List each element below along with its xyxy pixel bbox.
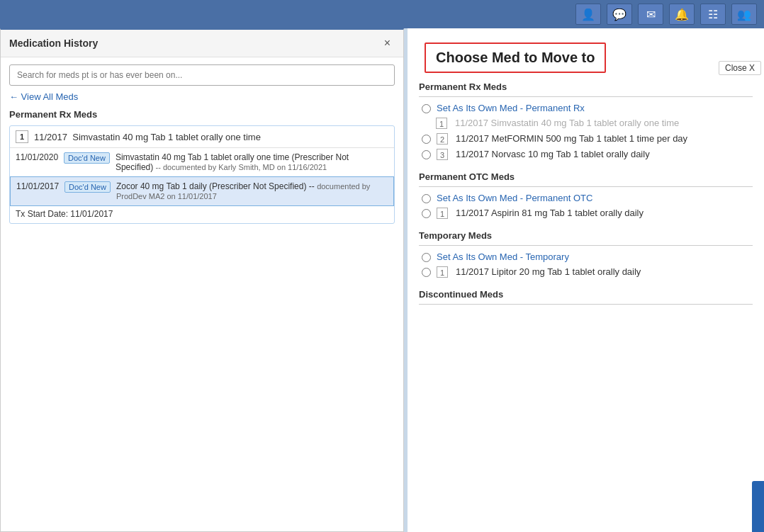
sub-text: documented by ProdDev MA2 on 11/01/2017 — [116, 182, 370, 200]
med-desc: Simvastatin 40 mg Tab 1 tablet orally on… — [116, 152, 388, 172]
left-panel-title: Medication History — [9, 38, 98, 49]
choose-med-title: Choose Med to Move to — [436, 50, 595, 65]
radio-label-set-own-perm-rx[interactable]: Set As Its Own Med - Permanent Rx — [437, 103, 585, 113]
radio-label-perm-otc-1: 11/2017 Aspirin 81 mg Tab 1 tablet orall… — [456, 208, 644, 218]
message-icon[interactable]: 💬 — [607, 4, 632, 25]
badge-otc-1: 1 — [437, 208, 448, 219]
permanent-otc-section: Permanent OTC Meds Set As Its Own Med - … — [419, 171, 753, 219]
bell-icon[interactable]: 🔔 — [669, 4, 695, 25]
radio-row-set-own-temp: Set As Its Own Med - Temporary — [419, 251, 753, 262]
temporary-meds-title: Temporary Meds — [419, 230, 753, 246]
permanent-otc-title: Permanent OTC Meds — [419, 171, 753, 187]
view-all-meds-link[interactable]: ← View All Meds — [9, 91, 395, 102]
radio-row-perm-otc-1: 1 11/2017 Aspirin 81 mg Tab 1 tablet ora… — [419, 208, 753, 219]
badge-3: 3 — [437, 149, 448, 160]
med-entry-header: 1 11/2017 Simvastatin 40 mg Tab 1 tablet… — [10, 126, 394, 148]
med-number-badge: 1 — [16, 130, 28, 143]
doc-badge: Doc'd New — [64, 181, 111, 193]
med-entry-title: 11/2017 Simvastatin 40 mg Tab 1 tablet o… — [34, 132, 261, 142]
permanent-rx-title: Permanent Rx Meds — [419, 81, 753, 97]
badge-1: 1 — [436, 118, 447, 129]
history-date: 11/01/2020 — [16, 152, 58, 162]
radio-label-set-own-temp[interactable]: Set As Its Own Med - Temporary — [437, 251, 569, 262]
tx-start-date: Tx Start Date: 11/01/2017 — [10, 206, 394, 223]
discontinued-meds-title: Discontinued Meds — [419, 289, 753, 305]
badge-temp-1: 1 — [437, 266, 448, 278]
radio-row-perm-rx-1-greyed: 1 11/2017 Simvastatin 40 mg Tab 1 tablet… — [433, 118, 753, 129]
close-x-button[interactable]: Close X — [719, 61, 761, 75]
radio-label-perm-rx-2: 11/2017 MetFORMIN 500 mg Tab 1 tablet 1 … — [456, 133, 687, 144]
med-entry: 1 11/2017 Simvastatin 40 mg Tab 1 tablet… — [9, 125, 395, 224]
radio-row-set-own-perm-rx: Set As Its Own Med - Permanent Rx — [419, 103, 753, 113]
med-desc: Zocor 40 mg Tab 1 daily (Prescriber Not … — [116, 181, 388, 201]
toolbar: 👤 💬 ✉ 🔔 ☷ 👥 — [0, 0, 764, 28]
radio-row-temp-1: 1 11/2017 Lipitor 20 mg Tab 1 tablet ora… — [419, 266, 753, 278]
permanent-rx-section: Permanent Rx Meds Set As Its Own Med - P… — [419, 81, 753, 160]
person-icon[interactable]: 👤 — [575, 4, 601, 25]
badge-2: 2 — [437, 133, 448, 145]
left-panel-header: Medication History × — [1, 30, 403, 57]
med-history-row-highlighted: 11/01/2017 Doc'd New Zocor 40 mg Tab 1 d… — [10, 176, 394, 206]
radio-set-own-perm-rx[interactable] — [422, 104, 431, 113]
radio-temp-1[interactable] — [422, 268, 431, 277]
medication-history-panel: Medication History × ← View All Meds Per… — [0, 28, 404, 532]
doc-badge: Doc'd New — [64, 152, 110, 164]
radio-label-temp-1: 11/2017 Lipitor 20 mg Tab 1 tablet orall… — [456, 266, 641, 277]
radio-set-own-perm-otc[interactable] — [422, 194, 431, 203]
radio-set-own-temp[interactable] — [422, 253, 431, 262]
discontinued-meds-section: Discontinued Meds — [419, 289, 753, 305]
history-date: 11/01/2017 — [16, 181, 59, 191]
radio-perm-otc-1[interactable] — [422, 209, 431, 218]
med-history-row: 11/01/2020 Doc'd New Simvastatin 40 mg T… — [10, 148, 394, 176]
sub-text: -- documented by Karly Smith, MD on 11/1… — [156, 163, 327, 171]
radio-row-perm-rx-2: 2 11/2017 MetFORMIN 500 mg Tab 1 tablet … — [419, 133, 753, 145]
radio-row-set-own-perm-otc: Set As Its Own Med - Permanent OTC — [419, 193, 753, 203]
section-heading: Permanent Rx Meds — [9, 109, 395, 120]
radio-perm-rx-3[interactable] — [422, 150, 431, 159]
close-medication-history-button[interactable]: × — [380, 35, 395, 51]
radio-label-set-own-perm-otc[interactable]: Set As Its Own Med - Permanent OTC — [437, 193, 592, 203]
radio-label-perm-rx-greyed: 11/2017 Simvastatin 40 mg Tab 1 tablet o… — [455, 118, 679, 128]
temporary-meds-section: Temporary Meds Set As Its Own Med - Temp… — [419, 230, 753, 278]
users-icon[interactable]: 👥 — [731, 4, 757, 25]
radio-row-perm-rx-3: 3 11/2017 Norvasc 10 mg Tab 1 tablet ora… — [419, 149, 753, 160]
choose-med-header: Choose Med to Move to — [425, 43, 606, 73]
move-order-button[interactable]: Move Order into Selected Med — [752, 481, 764, 533]
left-panel-content: ← View All Meds Permanent Rx Meds 1 11/2… — [1, 57, 403, 531]
grid-icon[interactable]: ☷ — [700, 4, 726, 25]
choose-med-panel: Close X Choose Med to Move to Permanent … — [408, 28, 764, 532]
radio-perm-rx-2[interactable] — [422, 135, 431, 144]
radio-label-perm-rx-3: 11/2017 Norvasc 10 mg Tab 1 tablet orall… — [456, 149, 650, 159]
mail-icon[interactable]: ✉ — [638, 4, 663, 25]
search-input[interactable] — [9, 64, 395, 86]
right-panel-body: Permanent Rx Meds Set As Its Own Med - P… — [408, 81, 764, 532]
